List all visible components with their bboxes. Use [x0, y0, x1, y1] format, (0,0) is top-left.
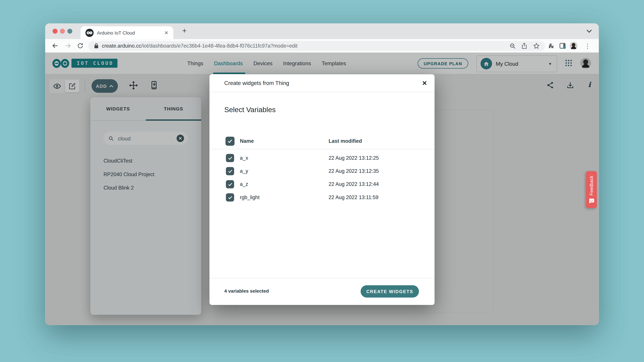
selection-status: 4 variables selected — [224, 289, 269, 294]
variable-checkbox[interactable] — [226, 154, 234, 162]
browser-tab[interactable]: Arduino IoT Cloud ✕ — [80, 26, 173, 39]
variables-table-header: Name Last modified — [210, 133, 434, 149]
variable-row: a_z 22 Aug 2022 13:12:44 — [210, 178, 434, 191]
url-path: /iot/dashboards/e7ec36b4-1e48-4fea-8db4-… — [141, 43, 297, 49]
variable-checkbox[interactable] — [226, 167, 234, 175]
url-text: create.arduino.cc/iot/dashboards/e7ec36b… — [102, 43, 297, 49]
variable-modified: 22 Aug 2022 13:12:25 — [328, 155, 379, 161]
tab-group-icon[interactable] — [560, 39, 566, 53]
column-header-name: Name — [240, 138, 254, 144]
check-icon — [228, 139, 232, 143]
footer-divider — [210, 278, 434, 278]
variable-row: a_y 22 Aug 2022 13:12:35 — [210, 165, 434, 178]
desktop-background: Arduino IoT Cloud ✕ + creat — [0, 0, 644, 362]
variable-checkbox[interactable] — [226, 180, 234, 188]
variable-row: rgb_light 22 Aug 2022 13:11:59 — [210, 191, 434, 204]
variable-name: a_y — [240, 168, 248, 174]
browser-tab-strip: Arduino IoT Cloud ✕ + — [45, 23, 599, 39]
extensions-puzzle-icon[interactable] — [548, 39, 554, 53]
feedback-tab[interactable]: Feedback — [586, 171, 597, 208]
table-divider — [210, 149, 434, 149]
arduino-favicon-icon — [85, 28, 94, 37]
traffic-light-minimize[interactable] — [60, 29, 65, 33]
reload-icon[interactable] — [77, 39, 83, 53]
feedback-label: Feedback — [589, 176, 594, 195]
bookmark-star-icon[interactable] — [533, 39, 540, 53]
variable-name: a_x — [240, 155, 248, 161]
browser-window: Arduino IoT Cloud ✕ + creat — [45, 23, 599, 325]
select-variables-heading: Select Variables — [224, 105, 276, 114]
variable-name: a_z — [240, 181, 248, 187]
zoom-out-icon[interactable] — [509, 39, 516, 53]
create-widgets-modal: Create widgets from Thing ✕ Select Varia… — [210, 74, 434, 305]
tab-search-chevron-icon[interactable] — [586, 29, 592, 33]
lock-icon — [94, 43, 98, 48]
modal-title: Create widgets from Thing — [224, 80, 422, 86]
variable-name: rgb_light — [240, 195, 260, 200]
variable-modified: 22 Aug 2022 13:12:44 — [328, 181, 379, 187]
create-widgets-button[interactable]: CREATE WIDGETS — [360, 285, 419, 298]
url-domain: create.arduino.cc — [102, 43, 141, 49]
select-all-checkbox[interactable] — [226, 137, 234, 146]
variable-checkbox[interactable] — [226, 193, 234, 201]
variable-row: a_x 22 Aug 2022 13:12:25 — [210, 151, 434, 165]
tab-title: Arduino IoT Cloud — [97, 30, 164, 35]
variable-modified: 22 Aug 2022 13:12:35 — [328, 168, 379, 174]
forward-icon[interactable] — [64, 39, 72, 53]
variables-table-body: a_x 22 Aug 2022 13:12:25 a_y 22 Aug 2022… — [210, 151, 434, 204]
modal-header: Create widgets from Thing ✕ — [210, 74, 434, 92]
traffic-light-zoom[interactable] — [68, 29, 72, 33]
share-icon[interactable] — [521, 39, 528, 53]
column-header-modified: Last modified — [328, 138, 362, 144]
profile-avatar[interactable] — [570, 39, 578, 53]
back-icon[interactable] — [52, 39, 59, 53]
tab-close-icon[interactable]: ✕ — [164, 30, 168, 35]
variable-modified: 22 Aug 2022 13:11:59 — [328, 195, 378, 200]
traffic-light-close[interactable] — [52, 29, 57, 33]
modal-close-icon[interactable]: ✕ — [422, 79, 427, 87]
address-bar[interactable]: create.arduino.cc/iot/dashboards/e7ec36b… — [88, 41, 545, 51]
new-tab-button[interactable]: + — [179, 25, 190, 36]
feedback-smiley-icon — [588, 198, 594, 204]
browser-toolbar: create.arduino.cc/iot/dashboards/e7ec36b… — [45, 39, 599, 53]
browser-menu-kebab-icon[interactable]: ⋮ — [584, 39, 591, 53]
